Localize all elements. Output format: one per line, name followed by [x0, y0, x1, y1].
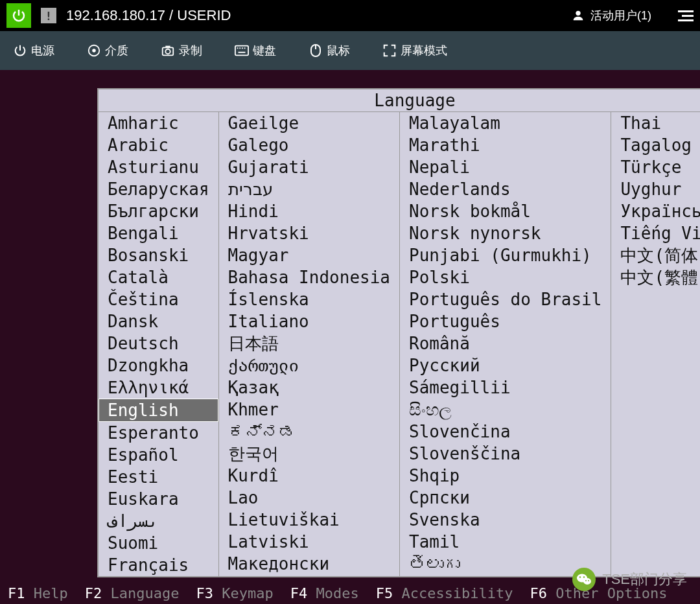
language-option[interactable]: Lietuviškai [219, 509, 399, 531]
language-option[interactable]: Български [99, 200, 218, 222]
language-option[interactable]: Uyghur [611, 178, 700, 200]
watermark-text: TSE部门分享 [602, 570, 687, 589]
language-option[interactable]: Bosanski [99, 244, 218, 266]
language-option[interactable]: Magyar [219, 244, 399, 266]
language-option[interactable]: Беларуская [99, 178, 218, 200]
language-option[interactable]: Suomi [99, 532, 218, 554]
language-option[interactable]: ქართული [219, 354, 399, 377]
language-option[interactable]: ಕನ್ನಡ [219, 421, 399, 443]
language-option[interactable]: Euskara [99, 488, 218, 510]
keyboard-icon [235, 43, 249, 58]
menu-button[interactable] [674, 6, 694, 25]
language-option[interactable]: Norsk bokmål [400, 200, 611, 222]
fkey-accessibility[interactable]: F5 Accessibility [376, 585, 513, 601]
language-option[interactable]: 中文(简体) [611, 244, 700, 266]
language-option[interactable]: Türkçe [611, 156, 700, 178]
fkey-label: Accessibility [393, 585, 513, 601]
language-option[interactable]: Slovenčina [400, 421, 611, 443]
language-option[interactable]: Русский [400, 354, 611, 377]
toolbar-screen-mode[interactable]: 屏幕模式 [382, 43, 447, 58]
language-option[interactable]: Esperanto [99, 422, 218, 444]
language-option[interactable]: Hindi [219, 200, 399, 222]
language-column: AmharicArabicAsturianuБеларускаяБългарск… [99, 112, 219, 576]
svg-point-19 [588, 580, 589, 581]
language-option[interactable]: Amharic [99, 112, 218, 134]
language-option[interactable]: 中文(繁體) [611, 266, 700, 288]
language-option[interactable]: Tagalog [611, 134, 700, 156]
language-option[interactable]: Português [400, 310, 611, 332]
active-users-label: 活动用户(1) [590, 8, 651, 23]
language-option[interactable]: Bahasa Indonesia [219, 266, 399, 288]
fkey-language[interactable]: F2 Language [85, 585, 180, 601]
fkey-modes[interactable]: F4 Modes [290, 585, 359, 601]
language-option[interactable]: Svenska [400, 509, 611, 531]
language-option[interactable]: 日本語 [219, 332, 399, 354]
language-option[interactable]: Marathi [400, 134, 611, 156]
toolbar-mouse[interactable]: 鼠标 [309, 43, 350, 58]
language-option[interactable]: Nederlands [400, 178, 611, 200]
toolbar-record[interactable]: 录制 [161, 43, 202, 58]
language-option[interactable]: Kurdî [219, 465, 399, 487]
language-option[interactable]: Khmer [219, 399, 399, 421]
language-option[interactable]: Nepali [400, 156, 611, 178]
user-icon [571, 8, 585, 23]
language-option[interactable]: עברית [219, 178, 399, 200]
language-option[interactable]: Français [99, 554, 218, 576]
svg-rect-8 [239, 47, 240, 49]
power-on-button[interactable] [6, 3, 31, 28]
svg-rect-11 [239, 52, 246, 53]
language-option[interactable]: Deutsch [99, 332, 218, 354]
language-option[interactable]: 한국어 [219, 443, 399, 465]
language-option[interactable]: Tamil [400, 531, 611, 553]
toolbar-power[interactable]: 电源 [13, 43, 54, 58]
language-option[interactable]: Punjabi (Gurmukhi) [400, 244, 611, 266]
language-option[interactable]: Shqip [400, 465, 611, 487]
language-option[interactable]: Norsk nynorsk [400, 222, 611, 244]
language-option[interactable]: සිංහල [400, 399, 611, 421]
language-option[interactable]: Tiếng Việt [611, 222, 700, 244]
language-option[interactable]: Українська [611, 200, 700, 222]
language-option[interactable]: Eesti [99, 466, 218, 488]
alert-button[interactable]: ! [41, 8, 56, 23]
language-option[interactable]: Malayalam [400, 112, 611, 134]
language-option[interactable]: Português do Brasil [400, 288, 611, 310]
language-option[interactable]: Македонски [219, 553, 399, 575]
language-option[interactable]: Hrvatski [219, 222, 399, 244]
language-option[interactable]: Español [99, 444, 218, 466]
fkey-keymap[interactable]: F3 Keymap [196, 585, 273, 601]
language-option[interactable]: Română [400, 332, 611, 354]
language-option[interactable]: Gujarati [219, 156, 399, 178]
language-option[interactable]: Čeština [99, 288, 218, 310]
language-option[interactable]: Polski [400, 266, 611, 288]
svg-rect-6 [235, 46, 248, 56]
toolbar-keyboard[interactable]: 键盘 [235, 43, 276, 58]
language-option[interactable]: Gaeilge [219, 112, 399, 134]
language-option[interactable]: Bengali [99, 222, 218, 244]
active-users[interactable]: 活动用户(1) [571, 8, 651, 23]
language-column: GaeilgeGalegoGujaratiעבריתHindiHrvatskiM… [219, 112, 400, 576]
language-option[interactable]: Sámegillii [400, 377, 611, 399]
language-option[interactable]: Latviski [219, 531, 399, 553]
fkey-label: Help [25, 585, 68, 601]
language-option[interactable]: Íslenska [219, 288, 399, 310]
language-option[interactable]: Arabic [99, 134, 218, 156]
language-option[interactable]: Slovenščina [400, 443, 611, 465]
language-option[interactable]: Lao [219, 487, 399, 509]
language-option[interactable]: Dansk [99, 310, 218, 332]
language-option[interactable]: Català [99, 266, 218, 288]
language-option[interactable]: ىسراف [99, 510, 218, 532]
language-option[interactable]: Italiano [219, 310, 399, 332]
language-option[interactable]: Asturianu [99, 156, 218, 178]
language-option[interactable]: Galego [219, 134, 399, 156]
toolbar-media[interactable]: 介质 [87, 43, 128, 58]
language-option[interactable]: Ελληνικά [99, 377, 218, 399]
language-option[interactable]: Dzongkha [99, 354, 218, 377]
camera-icon [161, 43, 175, 58]
language-option[interactable]: English [99, 399, 218, 422]
fkey-label: Language [102, 585, 179, 601]
fkey-help[interactable]: F1 Help [8, 585, 68, 601]
window-title: 192.168.180.17 / USERID [66, 7, 561, 24]
language-option[interactable]: Қазақ [219, 377, 399, 399]
language-option[interactable]: Thai [611, 112, 700, 134]
language-option[interactable]: Српски [400, 487, 611, 509]
